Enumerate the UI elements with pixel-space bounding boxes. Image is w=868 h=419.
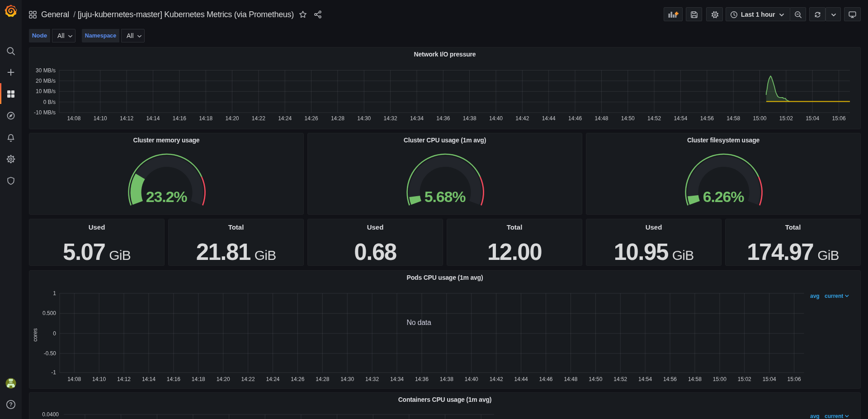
svg-text:14:42: 14:42	[515, 115, 529, 122]
svg-text:14:36: 14:36	[436, 115, 450, 122]
svg-text:14:12: 14:12	[120, 115, 133, 122]
svg-text:14:10: 14:10	[92, 376, 106, 382]
svg-text:14:16: 14:16	[173, 115, 186, 122]
svg-text:0: 0	[53, 330, 56, 337]
svg-text:10 MB/s: 10 MB/s	[36, 88, 56, 94]
svg-text:14:08: 14:08	[67, 376, 81, 382]
svg-text:14:24: 14:24	[278, 115, 292, 122]
svg-text:?: ?	[9, 401, 13, 408]
svg-text:14:30: 14:30	[340, 376, 354, 382]
svg-text:14:20: 14:20	[217, 376, 230, 382]
svg-text:14:58: 14:58	[726, 115, 740, 122]
svg-text:14:32: 14:32	[384, 115, 397, 122]
svg-text:14:38: 14:38	[440, 376, 453, 382]
svg-text:15:00: 15:00	[753, 115, 766, 122]
svg-text:14:46: 14:46	[568, 115, 582, 122]
svg-text:14:30: 14:30	[357, 115, 371, 122]
svg-text:14:14: 14:14	[142, 376, 156, 382]
svg-text:cores: cores	[32, 328, 38, 341]
svg-text:1: 1	[53, 290, 56, 297]
svg-text:14:56: 14:56	[700, 115, 714, 122]
svg-text:0.0400: 0.0400	[42, 411, 59, 418]
svg-text:-1: -1	[51, 369, 56, 376]
svg-text:14:44: 14:44	[514, 376, 528, 382]
svg-text:15:00: 15:00	[713, 376, 726, 382]
svg-text:No data: No data	[407, 319, 431, 326]
svg-text:14:36: 14:36	[415, 376, 429, 382]
svg-text:14:52: 14:52	[613, 376, 627, 382]
svg-text:20 MB/s: 20 MB/s	[36, 78, 56, 84]
svg-text:14:14: 14:14	[146, 115, 160, 122]
svg-text:14:48: 14:48	[594, 115, 608, 122]
svg-text:14:22: 14:22	[252, 115, 265, 122]
svg-text:avg: avg	[810, 293, 820, 299]
svg-text:14:46: 14:46	[539, 376, 552, 382]
svg-text:14:48: 14:48	[564, 376, 577, 382]
svg-text:14:12: 14:12	[117, 376, 131, 382]
svg-text:14:16: 14:16	[167, 376, 180, 382]
svg-text:14:18: 14:18	[192, 376, 205, 382]
svg-text:current: current	[825, 293, 843, 299]
svg-text:14:26: 14:26	[305, 115, 318, 122]
svg-text:14:40: 14:40	[465, 376, 478, 382]
svg-text:14:34: 14:34	[390, 376, 404, 382]
svg-text:14:20: 14:20	[225, 115, 239, 122]
svg-text:14:52: 14:52	[647, 115, 661, 122]
svg-text:0 B/s: 0 B/s	[43, 99, 56, 105]
svg-text:15:04: 15:04	[763, 376, 776, 382]
svg-text:-0.50: -0.50	[44, 350, 57, 357]
svg-text:15:06: 15:06	[788, 376, 801, 382]
svg-text:14:34: 14:34	[410, 115, 424, 122]
svg-text:14:28: 14:28	[316, 376, 329, 382]
svg-text:14:26: 14:26	[291, 376, 304, 382]
svg-text:14:58: 14:58	[688, 376, 702, 382]
svg-text:14:44: 14:44	[542, 115, 556, 122]
svg-text:14:54: 14:54	[674, 115, 687, 122]
svg-text:14:18: 14:18	[199, 115, 212, 122]
svg-text:30 MB/s: 30 MB/s	[36, 67, 56, 74]
svg-text:14:22: 14:22	[241, 376, 255, 382]
svg-text:15:02: 15:02	[738, 376, 751, 382]
svg-text:15:04: 15:04	[806, 115, 819, 122]
svg-text:14:28: 14:28	[331, 115, 344, 122]
svg-text:0.500: 0.500	[42, 310, 56, 316]
svg-text:14:08: 14:08	[67, 115, 80, 122]
svg-text:-10 MB/s: -10 MB/s	[34, 109, 56, 116]
svg-text:14:50: 14:50	[621, 115, 635, 122]
svg-text:14:42: 14:42	[490, 376, 503, 382]
svg-text:14:50: 14:50	[589, 376, 602, 382]
svg-text:14:40: 14:40	[489, 115, 503, 122]
svg-text:14:54: 14:54	[638, 376, 652, 382]
svg-text:14:32: 14:32	[365, 376, 379, 382]
svg-text:14:24: 14:24	[266, 376, 279, 382]
svg-text:14:38: 14:38	[463, 115, 476, 122]
svg-text:current: current	[825, 413, 843, 419]
svg-text:avg: avg	[810, 413, 820, 419]
svg-text:14:56: 14:56	[663, 376, 677, 382]
svg-text:15:02: 15:02	[779, 115, 793, 122]
svg-text:15:06: 15:06	[832, 115, 846, 122]
svg-text:14:10: 14:10	[94, 115, 107, 122]
